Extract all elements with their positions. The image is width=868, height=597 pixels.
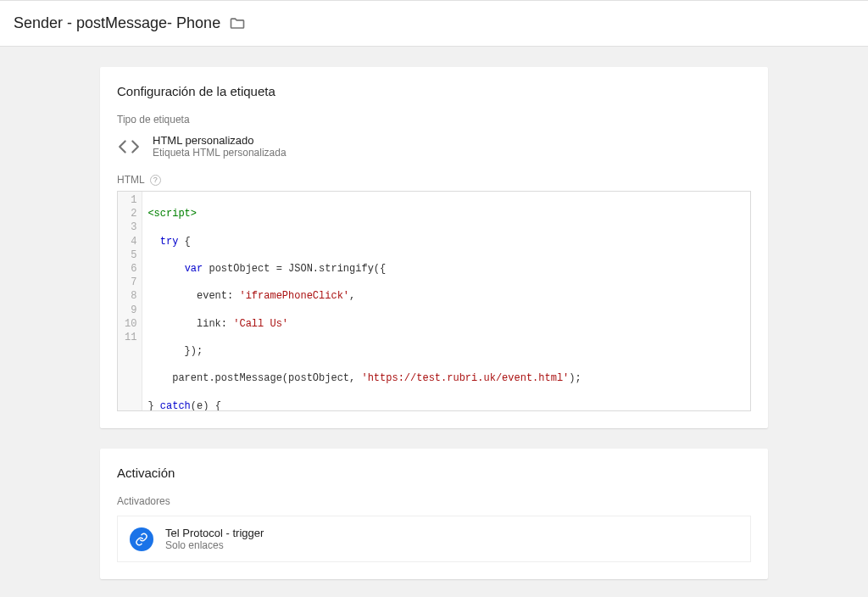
tag-type-row[interactable]: HTML personalizado Etiqueta HTML persona… <box>117 134 751 159</box>
activation-card: Activación Activadores Tel Protocol - tr… <box>100 449 768 579</box>
folder-icon[interactable] <box>229 15 246 32</box>
help-icon[interactable]: ? <box>150 175 161 186</box>
trigger-row[interactable]: Tel Protocol - trigger Solo enlaces <box>117 516 751 562</box>
triggers-label: Activadores <box>117 495 751 507</box>
tag-type-name: HTML personalizado <box>153 134 287 147</box>
code-area[interactable]: <script> try { var postObject = JSON.str… <box>142 192 750 410</box>
html-section-label: HTML <box>117 174 145 186</box>
link-icon <box>130 527 153 551</box>
code-brackets-icon <box>117 135 141 159</box>
trigger-sub: Solo enlaces <box>165 539 264 551</box>
activation-card-title: Activación <box>117 466 751 480</box>
html-code-editor[interactable]: 123 456 789 1011 <script> try { var post… <box>117 191 751 411</box>
tag-type-label: Tipo de etiqueta <box>117 114 751 126</box>
tag-type-sub: Etiqueta HTML personalizada <box>153 147 287 159</box>
page-title: Sender - postMessage- Phone <box>14 14 220 32</box>
code-gutter: 123 456 789 1011 <box>118 192 142 410</box>
tag-config-card: Configuración de la etiqueta Tipo de eti… <box>100 67 768 428</box>
trigger-name: Tel Protocol - trigger <box>165 527 264 539</box>
config-card-title: Configuración de la etiqueta <box>117 84 751 98</box>
